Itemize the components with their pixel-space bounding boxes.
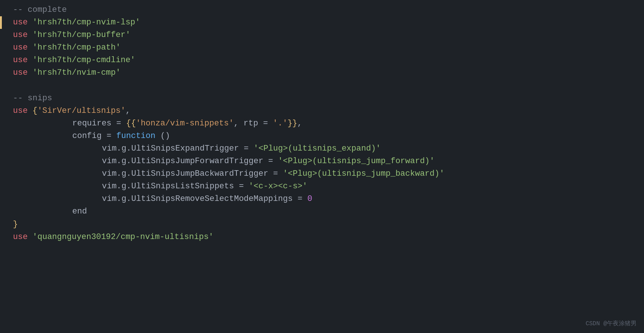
code-block: -- completeuse 'hrsh7th/cmp-nvim-lsp'use… — [0, 0, 644, 247]
code-line: use 'hrsh7th/cmp-path' — [0, 41, 644, 54]
line-content: -- snips — [2, 92, 644, 105]
line-content: use 'hrsh7th/cmp-nvim-lsp' — [2, 16, 644, 29]
code-line: vim.g.UltiSnipsJumpBackwardTrigger = '<P… — [0, 168, 644, 180]
code-line: use 'quangnguyen30192/cmp-nvim-ultisnips… — [0, 231, 644, 243]
line-content: vim.g.UltiSnipsRemoveSelectModeMappings … — [2, 193, 644, 205]
code-line: vim.g.UltiSnipsJumpForwardTrigger = '<Pl… — [0, 155, 644, 168]
code-line: use 'hrsh7th/nvim-cmp' — [0, 67, 644, 79]
code-line: use 'hrsh7th/cmp-cmdline' — [0, 54, 644, 67]
line-content: use 'hrsh7th/cmp-path' — [2, 41, 644, 54]
code-line: -- complete — [0, 4, 644, 16]
line-content: } — [2, 218, 644, 231]
code-line: use {'SirVer/ultisnips', — [0, 105, 644, 117]
code-line: } — [0, 218, 644, 231]
line-content: use {'SirVer/ultisnips', — [2, 105, 644, 117]
code-line: requires = {{'honza/vim-snippets', rtp =… — [0, 117, 644, 130]
code-line: vim.g.UltiSnipsRemoveSelectModeMappings … — [0, 193, 644, 205]
line-content: vim.g.UltiSnipsListSnippets = '<c-x><c-s… — [2, 180, 644, 193]
line-content: end — [2, 205, 644, 218]
line-content: vim.g.UltiSnipsJumpForwardTrigger = '<Pl… — [2, 155, 644, 168]
line-content: requires = {{'honza/vim-snippets', rtp =… — [2, 117, 644, 130]
line-content: use 'hrsh7th/cmp-buffer' — [2, 29, 644, 41]
line-content: -- complete — [2, 4, 644, 16]
line-content: use 'quangnguyen30192/cmp-nvim-ultisnips… — [2, 231, 644, 243]
code-line: end — [0, 205, 644, 218]
code-line: config = function () — [0, 130, 644, 142]
code-line: use 'hrsh7th/cmp-nvim-lsp' — [0, 16, 644, 29]
code-line: vim.g.UltiSnipsListSnippets = '<c-x><c-s… — [0, 180, 644, 193]
code-line: vim.g.UltiSnipsExpandTrigger = '<Plug>(u… — [0, 142, 644, 155]
code-line: use 'hrsh7th/cmp-buffer' — [0, 29, 644, 41]
line-content: config = function () — [2, 130, 644, 142]
line-content: vim.g.UltiSnipsExpandTrigger = '<Plug>(u… — [2, 142, 644, 155]
line-content: use 'hrsh7th/nvim-cmp' — [2, 67, 644, 79]
code-line: -- snips — [0, 92, 644, 105]
line-content: use 'hrsh7th/cmp-cmdline' — [2, 54, 644, 67]
line-content: vim.g.UltiSnipsJumpBackwardTrigger = '<P… — [2, 168, 644, 180]
line-bar — [0, 80, 2, 92]
code-line — [0, 80, 644, 92]
watermark: CSDN @午夜涂猪男 — [585, 319, 637, 329]
